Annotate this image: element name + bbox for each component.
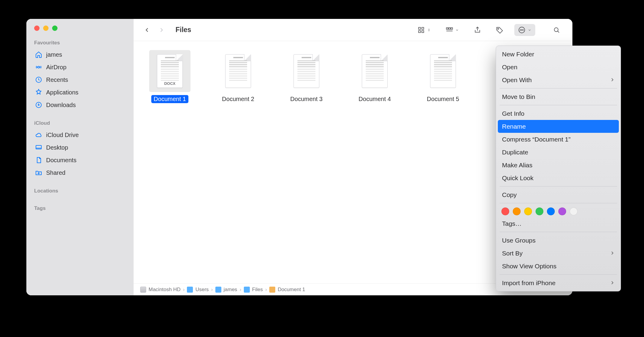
tag-dot-red[interactable] [501, 207, 509, 215]
sidebar-heading-tags[interactable]: Tags [32, 204, 129, 214]
sidebar-item-shared[interactable]: Shared [32, 166, 129, 179]
path-segment[interactable]: Document 1 [269, 287, 305, 293]
sidebar-item-documents[interactable]: Documents [32, 154, 129, 166]
file-type-badge: DOCX [157, 81, 182, 86]
minimize-button[interactable] [43, 25, 49, 31]
menu-item-open[interactable]: Open [496, 61, 621, 73]
share-icon [474, 26, 481, 34]
sidebar-heading-locations[interactable]: Locations [32, 187, 129, 196]
file-label[interactable]: Document 3 [288, 95, 325, 103]
tag-dot-none[interactable] [570, 207, 578, 215]
menu-item-import-from-iphone[interactable]: Import from iPhone [496, 276, 621, 289]
menu-item-label: Duplicate [502, 149, 528, 156]
menu-item-show-view-options[interactable]: Show View Options [496, 260, 621, 273]
share-button[interactable] [470, 24, 485, 36]
svg-point-17 [554, 28, 558, 31]
file-item[interactable]: Document 2 [213, 50, 264, 103]
menu-item-copy[interactable]: Copy [496, 188, 621, 201]
menu-item-quick-look[interactable]: Quick Look [496, 171, 621, 184]
menu-item-label: New Folder [502, 51, 534, 58]
menu-item-label: Get Info [502, 110, 524, 117]
menu-item-use-groups[interactable]: Use Groups [496, 234, 621, 247]
close-button[interactable] [34, 25, 40, 31]
view-mode-button[interactable] [414, 24, 435, 36]
path-segment[interactable]: Macintosh HD [140, 287, 181, 293]
tag-icon [496, 26, 504, 34]
actions-button[interactable] [514, 24, 535, 36]
svg-rect-8 [422, 31, 424, 33]
file-label[interactable]: Document 4 [356, 95, 393, 103]
file-thumbnail-icon [362, 54, 388, 88]
sidebar-item-icloud-drive[interactable]: iCloud Drive [32, 129, 129, 141]
maximize-button[interactable] [52, 25, 58, 31]
sidebar-item-label: Documents [46, 157, 76, 164]
tag-dot-orange[interactable] [513, 207, 521, 215]
tag-color-row [496, 205, 621, 217]
path-segment[interactable]: Users [187, 287, 208, 293]
file-item[interactable]: DOCXDocument 1 [144, 50, 195, 103]
clock-icon [35, 76, 43, 84]
tag-dot-purple[interactable] [558, 207, 566, 215]
svg-point-15 [521, 29, 522, 30]
tag-button[interactable] [492, 24, 507, 36]
menu-item-label: Import from iPhone [502, 279, 556, 287]
menu-item-duplicate[interactable]: Duplicate [496, 146, 621, 159]
menu-item-open-with[interactable]: Open With [496, 73, 621, 86]
folder-icon [215, 287, 221, 293]
path-segment[interactable]: Files [244, 287, 263, 293]
file-label[interactable]: Document 5 [424, 95, 462, 103]
menu-item-tags[interactable]: Tags… [496, 217, 621, 230]
chevron-right-icon: › [183, 287, 185, 293]
svg-point-4 [38, 173, 39, 174]
file-label[interactable]: Document 1 [151, 95, 188, 103]
sidebar-item-james[interactable]: james [32, 48, 129, 61]
menu-item-compress-document-1[interactable]: Compress “Document 1” [496, 133, 621, 146]
menu-item-new-folder[interactable]: New Folder [496, 48, 621, 61]
tag-dot-yellow[interactable] [524, 207, 532, 215]
nav-back-button[interactable] [142, 25, 152, 35]
grid-icon [417, 26, 425, 34]
menu-item-label: Copy [502, 191, 517, 198]
sidebar-item-downloads[interactable]: Downloads [32, 99, 129, 111]
toolbar: Files [134, 19, 572, 41]
chevron-right-icon: › [265, 287, 267, 293]
file-item[interactable]: Document 4 [349, 50, 400, 103]
search-button[interactable] [549, 24, 564, 36]
svg-point-14 [520, 29, 521, 30]
group-by-button[interactable] [442, 24, 463, 36]
tag-dot-green[interactable] [536, 207, 543, 215]
menu-item-label: Open [502, 64, 517, 71]
sidebar-item-applications[interactable]: Applications [32, 86, 129, 99]
disk-icon [140, 287, 146, 293]
doc-icon [269, 287, 275, 293]
sidebar-item-recents[interactable]: Recents [32, 73, 129, 86]
menu-item-move-to-bin[interactable]: Move to Bin [496, 90, 621, 103]
menu-item-label: Sort By [502, 250, 523, 257]
menu-item-label: Use Groups [502, 237, 536, 244]
chevron-right-icon: › [240, 287, 241, 293]
file-item[interactable]: Document 5 [418, 50, 468, 103]
shared-folder-icon [35, 169, 43, 177]
sidebar-item-label: Desktop [46, 144, 68, 151]
menu-item-label: Rename [502, 123, 526, 130]
chevron-right-icon [610, 250, 615, 257]
path-segment[interactable]: james [215, 287, 237, 293]
menu-item-get-info[interactable]: Get Info [496, 107, 621, 120]
menu-item-sort-by[interactable]: Sort By [496, 247, 621, 260]
menu-item-make-alias[interactable]: Make Alias [496, 159, 621, 171]
chevron-right-icon [610, 279, 615, 287]
search-icon [553, 26, 560, 34]
menu-item-rename[interactable]: Rename [498, 120, 619, 133]
svg-rect-7 [418, 31, 421, 33]
folder-icon [244, 287, 250, 293]
sidebar-item-desktop[interactable]: Desktop [32, 141, 129, 154]
svg-rect-9 [446, 28, 448, 29]
sidebar-item-airdrop[interactable]: AirDrop [32, 61, 129, 73]
tag-dot-blue[interactable] [547, 207, 555, 215]
path-label: Users [195, 287, 208, 293]
file-item[interactable]: Document 3 [281, 50, 332, 103]
nav-forward-button[interactable] [156, 25, 167, 35]
document-icon [35, 156, 43, 164]
file-label[interactable]: Document 2 [220, 95, 257, 103]
menu-item-label: Show View Options [502, 263, 557, 270]
